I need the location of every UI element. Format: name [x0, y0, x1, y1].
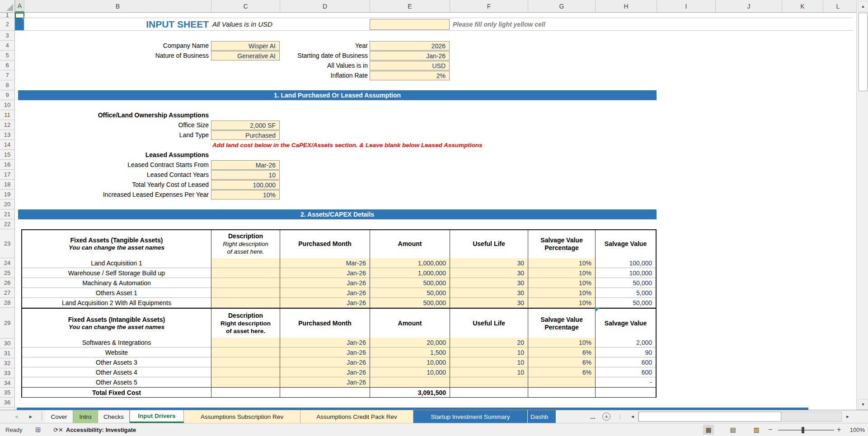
column-header-K[interactable]: K	[782, 0, 823, 12]
row-header-23[interactable]: 23	[0, 229, 14, 258]
row-header-9[interactable]: 9	[0, 90, 14, 100]
table-row[interactable]: Softwares & IntegrationsJan-2620,0002010…	[22, 338, 656, 348]
salvage-pct-header[interactable]: Salvage ValuePercentage	[528, 309, 595, 339]
row-header-32[interactable]: 32	[0, 358, 14, 368]
table-row[interactable]: Warehouse / Self Storage Build upJan-261…	[22, 268, 656, 278]
leased-increase-value[interactable]: 10%	[211, 190, 280, 199]
row-header-8[interactable]: 8	[0, 80, 14, 90]
row-header-5[interactable]: 5	[0, 51, 14, 60]
salvage-pct-header[interactable]: Salvage ValuePercentage	[528, 230, 595, 258]
row-header-10[interactable]: 10	[0, 100, 14, 110]
sheet-tab-checks[interactable]: Checks	[98, 410, 130, 423]
row-header-4[interactable]: 4	[0, 41, 14, 51]
macro-record-icon[interactable]: ⊞	[35, 423, 41, 436]
tab-scroll-left-icon[interactable]: ◄	[11, 410, 22, 423]
row-header-27[interactable]: 27	[0, 288, 14, 298]
row-header-16[interactable]: 16	[0, 160, 14, 170]
tangible-title-header[interactable]: Fixed Assets (Tangible Assets)You can ch…	[22, 230, 211, 258]
h-scroll-right-icon[interactable]: ►	[844, 412, 852, 422]
column-header-I[interactable]: I	[657, 0, 715, 12]
column-header-J[interactable]: J	[715, 0, 782, 12]
row-header-33[interactable]: 33	[0, 368, 14, 378]
row-header-12[interactable]: 12	[0, 120, 14, 130]
table-row[interactable]: Other Assets 4Jan-2610,000106%600	[22, 367, 656, 377]
row-header-36[interactable]: 36	[0, 398, 14, 408]
sheet-tab-assumptions-subscription[interactable]: Assumptions Subscription Rev	[184, 410, 300, 423]
row-header-31[interactable]: 31	[0, 348, 14, 358]
office-size-value[interactable]: 2,000 SF	[211, 121, 280, 130]
column-header-G[interactable]: G	[528, 0, 595, 12]
zoom-out-icon[interactable]: −	[768, 423, 772, 436]
row-header-7[interactable]: 7	[0, 70, 14, 80]
horizontal-scrollbar-track[interactable]	[638, 412, 842, 422]
horizontal-scrollbar-thumb[interactable]	[638, 412, 781, 422]
accessibility-status[interactable]: Accessibility: Investigate	[66, 423, 136, 436]
table-row[interactable]: Others Asset 1Jan-2650,0003010%5,000	[22, 288, 656, 298]
vertical-scrollbar-thumb[interactable]	[859, 13, 868, 91]
salvage-value-header[interactable]: Salvage Value	[595, 309, 656, 339]
table-row[interactable]: Land Acquisition 1Mar-261,000,0003010%10…	[22, 258, 656, 268]
row-header-3[interactable]: 3	[0, 31, 14, 41]
view-normal-icon[interactable]: ▦	[703, 425, 714, 435]
row-header-25[interactable]: 25	[0, 268, 14, 278]
view-page-layout-icon[interactable]: ▤	[727, 425, 738, 435]
all-values-value[interactable]: USD	[370, 61, 450, 70]
row-header-20[interactable]: 20	[0, 199, 14, 209]
select-all-corner[interactable]	[0, 0, 15, 12]
row-header-28[interactable]: 28	[0, 298, 14, 308]
row-header-21[interactable]: 21	[0, 209, 14, 219]
column-header-D[interactable]: D	[280, 0, 370, 12]
row-header-17[interactable]: 17	[0, 170, 14, 180]
row-header-11[interactable]: 11	[0, 110, 14, 120]
row-header-24[interactable]: 24	[0, 258, 14, 268]
input-cell-e2[interactable]	[370, 19, 450, 30]
column-header-H[interactable]: H	[595, 0, 657, 12]
year-value[interactable]: 2026	[370, 41, 450, 51]
row-header-26[interactable]: 26	[0, 278, 14, 288]
scroll-down-icon[interactable]: ▼	[858, 399, 868, 410]
row-header-13[interactable]: 13	[0, 130, 14, 140]
row-header-1[interactable]: 1	[0, 13, 14, 18]
row-header-15[interactable]: 15	[0, 150, 14, 160]
column-header-C[interactable]: C	[211, 0, 280, 12]
purchased-month-header[interactable]: Purchased Month	[280, 309, 370, 339]
sheet-tab-assumptions-credit-pack[interactable]: Assumptions Credit Pack Rev	[300, 410, 413, 423]
column-header-F[interactable]: F	[450, 0, 528, 12]
useful-life-header[interactable]: Useful Life	[450, 230, 528, 258]
starting-date-value[interactable]: Jan-26	[370, 51, 450, 60]
row-header-2[interactable]: 2	[0, 18, 14, 31]
table-row[interactable]: Machinary & AutomationJan-26500,0003010%…	[22, 278, 656, 288]
description-header[interactable]: DescriptionRight descriptionof asset her…	[211, 309, 280, 339]
vertical-scrollbar[interactable]: ▲ ▼	[856, 0, 868, 410]
column-header-A[interactable]: A	[15, 0, 24, 12]
view-page-break-icon[interactable]: ▥	[751, 425, 762, 435]
column-header-L[interactable]: L	[823, 0, 853, 12]
useful-life-header[interactable]: Useful Life	[450, 309, 528, 339]
description-header[interactable]: DescriptionRight descriptionof asset her…	[211, 230, 280, 258]
table-row[interactable]: Other Assets 5Jan-26-	[22, 377, 656, 387]
land-type-value[interactable]: Purchased	[211, 130, 280, 140]
add-sheet-icon[interactable]: +	[602, 413, 610, 421]
row-header-19[interactable]: 19	[0, 190, 14, 199]
purchased-month-header[interactable]: Purchased Month	[280, 230, 370, 258]
row-header-34[interactable]: 34	[0, 378, 14, 388]
tab-overflow-indicator[interactable]: ...	[590, 410, 596, 423]
intangible-title-header[interactable]: Fixed Assets (Intangible Assets)You can …	[22, 309, 211, 339]
sheet-tab-cover[interactable]: Cover	[45, 410, 73, 423]
amount-header[interactable]: Amount	[370, 309, 450, 339]
amount-header[interactable]: Amount	[370, 230, 450, 258]
row-header-6[interactable]: 6	[0, 60, 14, 70]
tabbar-more-icon[interactable]: ⋮	[617, 410, 623, 423]
column-header-E[interactable]: E	[370, 0, 450, 12]
inflation-rate-value[interactable]: 2%	[370, 71, 450, 80]
tab-scroll-right-icon[interactable]: ►	[25, 410, 36, 423]
table-row[interactable]: WebsiteJan-261,500106%90	[22, 348, 656, 357]
table-row[interactable]: Land Acquisition 2 With All EquipmentsJa…	[22, 298, 656, 308]
row-header-22[interactable]: 22	[0, 219, 14, 229]
zoom-level[interactable]: 100%	[847, 423, 865, 436]
zoom-in-icon[interactable]: +	[837, 423, 841, 436]
sheet-tab-input-drivers[interactable]: Input Drivers	[130, 410, 184, 423]
leased-start-value[interactable]: Mar-26	[211, 160, 280, 170]
sheet-tab-intro[interactable]: Intro	[73, 410, 98, 423]
leased-cost-value[interactable]: 100,000	[211, 180, 280, 190]
